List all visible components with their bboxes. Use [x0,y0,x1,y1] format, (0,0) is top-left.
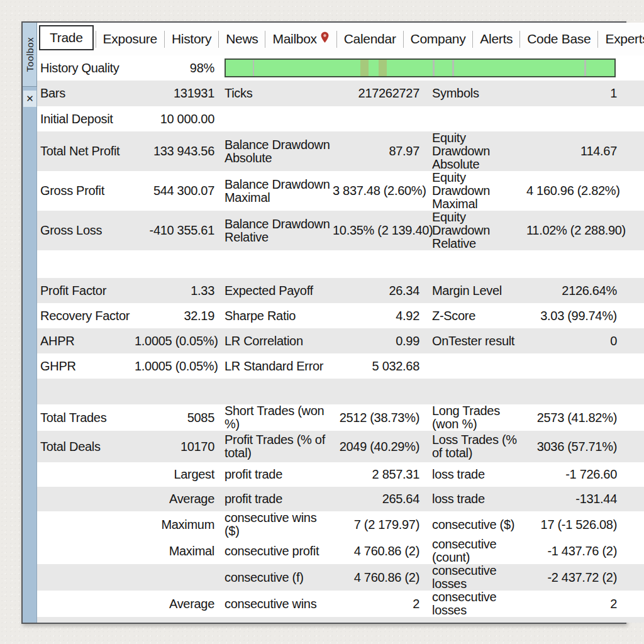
stat-value: 10170 [135,440,214,453]
stat-label: Initial Deposit [40,113,135,126]
stat-label: Long Trades (won %) [419,404,526,431]
stat-label: consecutive losses [419,564,526,591]
location-pin-icon [320,31,330,47]
stat-value: 32.19 [135,309,214,323]
table-row: AHPR1.0005 (0.05%)LR Correlation0.99OnTe… [37,328,644,353]
stat-label: consecutive (f) [214,571,333,584]
statistics-table: History Quality98%Bars131931Ticks2172627… [37,55,644,623]
stat-value: -2 437.72 (2) [526,571,617,584]
stat-value: Average [135,597,214,611]
stat-label: Loss Trades (% of total) [419,433,526,460]
stat-value: 1 [526,87,617,100]
stat-value: 5 032.68 [333,360,419,373]
tab-trade[interactable]: Trade [39,25,94,50]
stat-label: loss trade [419,468,526,481]
stat-value: 0.99 [333,335,419,348]
stat-label: Recovery Factor [40,309,135,323]
stat-value: 2573 (41.82%) [526,411,617,425]
table-row: Gross Profit544 300.07Balance Drawdown M… [37,171,644,211]
stat-value: 2 [526,597,617,611]
stat-label: Balance Drawdown Maximal [214,178,333,204]
tab-label: Exposure [103,31,157,47]
tab-alerts[interactable]: Alerts [473,30,519,48]
tab-calendar[interactable]: Calendar [337,30,403,48]
tab-label: History [172,31,211,47]
tab-mailbox[interactable]: Mailbox [265,30,336,48]
table-row: Total Trades5085Short Trades (won %)2512… [37,404,644,431]
toolbox-label: Toolbox [25,37,35,72]
stat-label: consecutive (count) [419,538,526,564]
stat-value: 544 300.07 [135,184,214,197]
tab-label: Experts [605,31,644,47]
stat-value: Average [135,492,214,506]
table-row: Gross Loss-410 355.61Balance Drawdown Re… [37,211,644,250]
stat-value: 17 (-1 526.08) [526,518,617,531]
tab-exposure[interactable]: Exposure [96,30,164,48]
stat-label: Equity Drawdown Maximal [419,171,526,211]
toolbox-panel: Toolbox ✕ TradeExposureHistoryNewsMailbo… [21,21,626,624]
stat-label: Gross Loss [40,224,135,237]
stat-label: Profit Trades (% of total) [214,433,333,460]
stat-value: 114.67 [526,145,617,158]
tab-label: Trade [50,30,83,45]
stat-label: History Quality [40,62,135,75]
stat-label: Equity Drawdown Absolute [419,131,526,171]
stat-label: Symbols [419,87,526,100]
spacer-row [37,250,644,278]
stat-value: 10.35% (2 139.40) [333,224,419,237]
stat-value: 3 837.48 (2.60%) [333,184,419,197]
stat-label: Total Deals [40,440,135,453]
toolbox-main-area: TradeExposureHistoryNewsMailboxCalendarC… [37,23,644,623]
stat-value: 2512 (38.73%) [333,411,419,425]
stat-value: -410 355.61 [135,224,214,237]
stat-label: profit trade [214,468,333,481]
tab-experts[interactable]: Experts [598,30,644,48]
stat-value: 4 760.86 (2) [333,571,419,584]
stat-value: -1 726.60 [526,468,617,481]
stat-value: Maximum [135,518,214,531]
tab-label: Company [411,31,466,47]
stat-value: 98% [135,62,214,75]
stat-label: Expected Payoff [214,284,333,297]
stat-value: 10 000.00 [135,113,214,126]
stat-value: -131.44 [526,492,617,506]
table-row: Recovery Factor32.19Sharpe Ratio4.92Z-Sc… [37,303,644,328]
tab-history[interactable]: History [165,30,218,48]
stat-label: consecutive wins [214,597,333,611]
tab-label: Mailbox [272,31,316,47]
stat-label: OnTester result [419,335,526,348]
table-row: Averageprofit trade265.64loss trade-131.… [37,487,644,511]
stat-value: 11.02% (2 288.90) [526,224,617,237]
tab-label: News [226,31,258,47]
stat-value: 1.33 [135,284,214,297]
stat-value: 2049 (40.29%) [333,440,419,453]
stat-value: 131931 [135,87,214,100]
tab-label: Code Base [527,31,591,47]
stat-label: Ticks [214,87,333,100]
toolbox-vertical-tab[interactable]: Toolbox [23,23,37,87]
tab-news[interactable]: News [219,30,265,48]
stat-value: -1 437.76 (2) [526,545,617,558]
table-row: Initial Deposit10 000.00 [37,106,644,131]
stat-value: 4 160.96 (2.82%) [526,184,617,197]
table-row: Largestprofit trade2 857.31loss trade-1 … [37,462,644,487]
stat-label: consecutive ($) [419,518,526,531]
stat-label: consecutive wins ($) [214,511,333,538]
stat-label: loss trade [419,492,526,506]
close-icon: ✕ [26,93,34,104]
table-row: Total Net Profit133 943.56Balance Drawdo… [37,131,644,171]
stat-value: 265.64 [333,492,419,506]
history-quality-bar [225,58,616,77]
table-row: Maximumconsecutive wins ($)7 (2 179.97)c… [37,511,644,538]
tab-company[interactable]: Company [404,30,473,48]
table-row: Profit Factor1.33Expected Payoff26.34Mar… [37,278,644,303]
stat-label: GHPR [40,360,135,373]
stat-label: Equity Drawdown Relative [419,211,526,250]
close-toolbox-button[interactable]: ✕ [23,91,36,107]
stat-label: LR Correlation [214,335,333,348]
stat-label: consecutive profit [214,545,333,558]
tab-code-base[interactable]: Code Base [520,30,597,48]
stat-value: Largest [135,468,214,481]
table-row: History Quality98% [37,55,644,80]
stat-value: 0 [526,335,617,348]
